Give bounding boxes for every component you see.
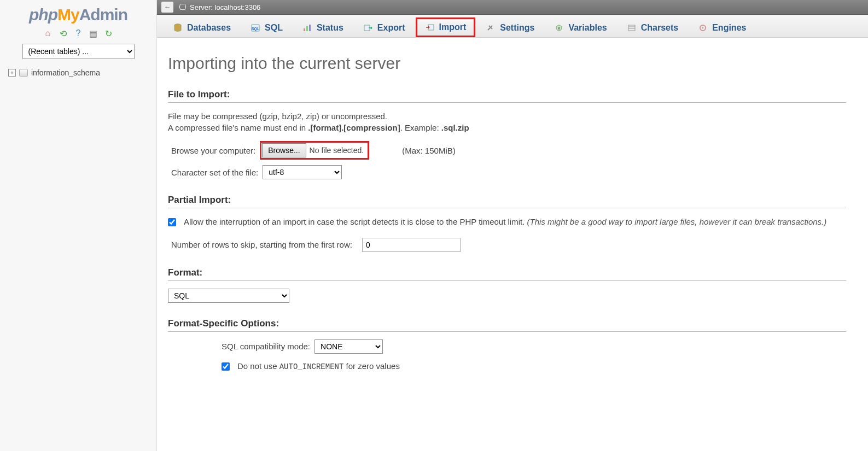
status-icon [302, 24, 312, 32]
import-icon [425, 23, 435, 32]
charset-select[interactable]: utf-8 [263, 165, 342, 179]
logo: phpMyAdmin [8, 5, 148, 24]
logo-admin: Admin [79, 5, 127, 24]
auto-increment-row: Do not use AUTO_INCREMENT for zero value… [222, 360, 846, 372]
databases-icon [173, 24, 183, 32]
sql-compat-row: SQL compatibility mode: NONE [222, 339, 846, 354]
sidebar: phpMyAdmin ⌂ ⟲ ? ▤ ↻ (Recent tables) ...… [0, 0, 157, 451]
tab-databases[interactable]: Databases [164, 18, 240, 37]
variables-icon: x [554, 24, 564, 32]
format-row: SQL [168, 289, 846, 303]
tab-settings[interactable]: Settings [476, 18, 544, 37]
auto-increment-checkbox[interactable] [222, 362, 230, 371]
tab-export[interactable]: Export [354, 18, 415, 37]
skip-rows-row: Number of rows to skip, starting from th… [168, 238, 846, 252]
content: Importing into the current server File t… [157, 38, 868, 451]
export-icon [363, 24, 373, 32]
server-label: Server: localhost:3306 [190, 3, 260, 11]
help-icon[interactable]: ? [73, 28, 83, 38]
section-format-specific: Format-Specific Options: [168, 318, 846, 332]
charsets-icon [627, 24, 637, 32]
svg-text:SQL: SQL [252, 27, 260, 31]
server-icon: 🖵 [179, 3, 187, 11]
tab-status[interactable]: Status [293, 18, 353, 37]
format-select[interactable]: SQL [168, 289, 289, 303]
charset-row: Character set of the file: utf-8 [168, 165, 846, 179]
tab-variables[interactable]: xVariables [545, 18, 616, 37]
db-tree: + information_schema [8, 67, 148, 79]
back-button[interactable]: ← [161, 2, 173, 13]
svg-rect-10 [628, 25, 635, 31]
engines-icon [698, 24, 708, 32]
svg-text:x: x [558, 26, 561, 31]
logo-my: My [57, 5, 79, 24]
skip-rows-input[interactable] [362, 238, 461, 252]
database-icon [19, 69, 28, 77]
settings-icon [486, 24, 496, 32]
tabbar: Databases SQLSQL Status Export Import Se… [157, 15, 868, 38]
recent-tables-select[interactable]: (Recent tables) ... [22, 44, 135, 59]
db-tree-item[interactable]: + information_schema [8, 67, 148, 79]
sidebar-quick-icons: ⌂ ⟲ ? ▤ ↻ [8, 28, 148, 38]
home-icon[interactable]: ⌂ [43, 28, 53, 38]
tab-charsets[interactable]: Charsets [617, 18, 688, 37]
browse-label: Browse your computer: [171, 146, 255, 155]
svg-point-14 [702, 27, 704, 29]
tab-engines[interactable]: Engines [689, 18, 755, 37]
logout-icon[interactable]: ⟲ [58, 28, 68, 38]
charset-label: Character set of the file: [171, 168, 258, 177]
browse-button[interactable]: Browse... [262, 143, 306, 157]
sql-query-icon[interactable]: ▤ [89, 28, 98, 38]
auto-increment-text: Do not use AUTO_INCREMENT for zero value… [237, 360, 846, 372]
main-area: ← 🖵 Server: localhost:3306 Databases SQL… [157, 0, 868, 451]
section-file-to-import: File to Import: [168, 89, 846, 103]
max-size-hint: (Max: 150MiB) [402, 146, 456, 155]
sql-icon: SQL [251, 24, 260, 32]
svg-rect-3 [304, 28, 305, 31]
svg-rect-4 [306, 26, 308, 31]
tab-sql[interactable]: SQLSQL [241, 18, 292, 37]
browse-row: Browse your computer: Browse... No file … [168, 141, 846, 160]
allow-interrupt-checkbox[interactable] [168, 218, 176, 226]
page-title: Importing into the current server [168, 54, 846, 73]
sql-compat-label: SQL compatibility mode: [222, 342, 310, 351]
svg-rect-5 [309, 25, 311, 31]
reload-icon[interactable]: ↻ [104, 28, 114, 38]
section-partial-import: Partial Import: [168, 195, 846, 208]
topbar: ← 🖵 Server: localhost:3306 [157, 0, 868, 15]
allow-interrupt-row: Allow the interruption of an import in c… [168, 216, 846, 228]
tab-import[interactable]: Import [416, 17, 476, 37]
file-compress-note: File may be compressed (gzip, bzip2, zip… [168, 110, 846, 133]
file-input-group: Browse... No file selected. [260, 141, 369, 160]
format-specific-block: SQL compatibility mode: NONE Do not use … [168, 339, 846, 372]
file-selected-text: No file selected. [310, 146, 368, 155]
expand-icon[interactable]: + [8, 69, 16, 77]
sql-compat-select[interactable]: NONE [314, 339, 383, 354]
skip-rows-label: Number of rows to skip, starting from th… [171, 240, 352, 249]
logo-php: php [29, 5, 57, 24]
allow-interrupt-text: Allow the interruption of an import in c… [184, 216, 846, 228]
db-tree-item-label: information_schema [31, 68, 100, 77]
section-format: Format: [168, 267, 846, 281]
